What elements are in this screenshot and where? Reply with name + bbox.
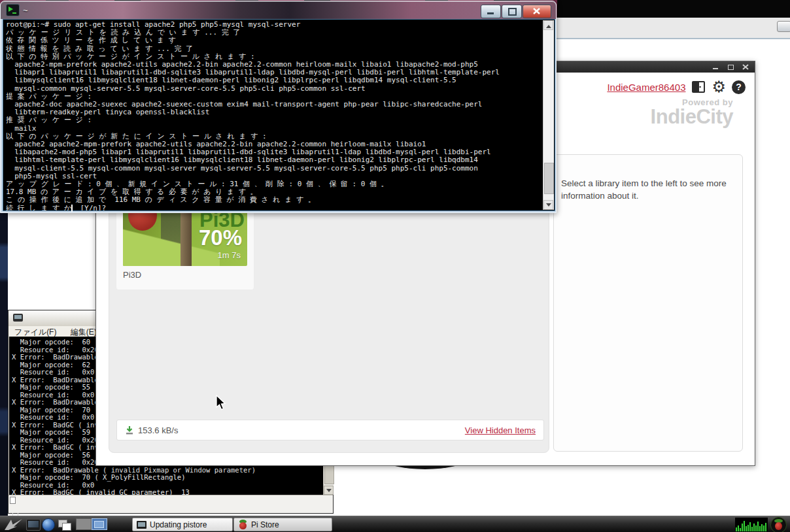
taskbar-item-updating-pistore[interactable]: Updating pistore xyxy=(132,518,233,531)
terminal-line: libmysqlclient16 libmysqlclient18 libnet… xyxy=(6,76,543,84)
task-label: Updating pistore xyxy=(150,520,207,529)
terminal1-scroll-thumb[interactable] xyxy=(544,163,554,194)
taskbar: Updating pistore Pi Store xyxy=(0,516,790,532)
terminal-line: Major opcode: 70 ( X_PolyFillRectangle) xyxy=(12,474,325,482)
terminal-line: libhtml-template-perl libmysqlclient16 l… xyxy=(6,156,543,164)
terminal-line: 続 行 し ま す か [Y/n]? xyxy=(6,205,543,210)
window-icon xyxy=(137,521,146,529)
powered-by-block: Powered by IndieCity xyxy=(651,97,733,129)
download-icon xyxy=(125,425,134,435)
terminal2-bottom-edge[interactable] xyxy=(9,495,333,513)
terminal-line: mailx xyxy=(6,125,543,133)
terminal1-title: ~ xyxy=(23,5,28,15)
logout-door-icon[interactable] xyxy=(691,80,706,94)
task-label: Pi Store xyxy=(251,520,279,529)
raspberry-icon xyxy=(238,520,248,529)
user-account-link[interactable]: IndieGamer86403 xyxy=(607,82,685,93)
mouse-cursor xyxy=(216,395,228,412)
lxde-logo-icon xyxy=(4,518,24,531)
show-desktop-icon[interactable] xyxy=(58,519,72,530)
terminal-line: 依 存 関 係 ツ リ ー を 作 成 し て い ま す xyxy=(6,37,543,44)
maximize-icon[interactable] xyxy=(502,5,522,18)
download-time-remaining: 1m 7s xyxy=(218,250,241,260)
indiecity-logo: IndieCity xyxy=(651,105,733,129)
terminal1-content[interactable]: root@pi:~# sudo apt-get install apache2 … xyxy=(3,19,555,211)
terminal1-titlebar[interactable]: ~ xyxy=(1,1,556,19)
terminal-line: X Error: BadGC ( invalid GC parameter) 1… xyxy=(12,489,325,495)
workspace-2-active[interactable] xyxy=(92,518,107,530)
terminal-line: こ の 操 作 後 に 追 加 で 116 MB の デ ィ ス ク 容 量 が… xyxy=(6,196,543,204)
pistore-account-bar: IndieGamer86403 ⚙ xyxy=(607,80,746,94)
apt-terminal-window: ~ root@pi:~# sudo apt-get install apache… xyxy=(0,1,557,213)
scroll-down-icon[interactable] xyxy=(543,200,553,210)
workspace-switcher xyxy=(76,518,107,530)
terminal1-output[interactable]: root@pi:~# sudo apt-get install apache2 … xyxy=(6,21,543,210)
view-hidden-items-link[interactable]: View Hidden Items xyxy=(465,425,536,435)
taskbar-item-pi-store[interactable]: Pi Store xyxy=(233,518,332,531)
scroll-up-icon[interactable] xyxy=(543,20,553,30)
pistore-tray-icon[interactable] xyxy=(770,517,787,532)
help-icon[interactable] xyxy=(732,80,746,94)
terminal-app-icon xyxy=(6,4,20,16)
close-icon[interactable] xyxy=(523,5,551,18)
terminal2-scroll-thumb[interactable] xyxy=(324,465,334,484)
terminal1-cursor xyxy=(71,205,73,212)
close-icon[interactable] xyxy=(742,63,749,71)
download-speed: 153.6 kB/s xyxy=(138,425,178,435)
terminal2-window-icon xyxy=(13,314,23,322)
terminal-line: mysql-common mysql-server-5.5 mysql-serv… xyxy=(6,85,543,93)
maximize-icon[interactable] xyxy=(727,63,734,71)
library-status-bar: 153.6 kB/s View Hidden Items xyxy=(116,420,544,441)
download-progress: 70% xyxy=(199,225,242,250)
pi3d-label: Pi3D xyxy=(123,270,141,280)
file-manager-icon[interactable] xyxy=(26,519,41,531)
terminal-line: 状 態 情 報 を 読 み 取 っ て い ま す ... 完 了 xyxy=(6,45,543,53)
background-window-minimize-button[interactable] xyxy=(777,21,790,32)
detail-placeholder-text: Select a library item to the left to see… xyxy=(561,177,739,202)
settings-gear-icon[interactable]: ⚙ xyxy=(712,80,726,94)
web-browser-icon[interactable] xyxy=(42,518,55,531)
detail-panel: Select a library item to the left to see… xyxy=(553,154,743,452)
workspace-1[interactable] xyxy=(76,518,92,530)
scroll-down-icon[interactable] xyxy=(324,486,334,495)
terminal-line: 推 奨 パ ッ ケ ー ジ : xyxy=(6,116,543,124)
background-dark-strip xyxy=(557,0,790,18)
app-menu-button[interactable] xyxy=(4,518,24,531)
terminal1-scrollbar[interactable] xyxy=(543,20,554,210)
minimize-icon[interactable] xyxy=(481,5,501,18)
minimize-icon[interactable] xyxy=(712,63,719,71)
cpu-usage-monitor[interactable] xyxy=(735,518,768,531)
